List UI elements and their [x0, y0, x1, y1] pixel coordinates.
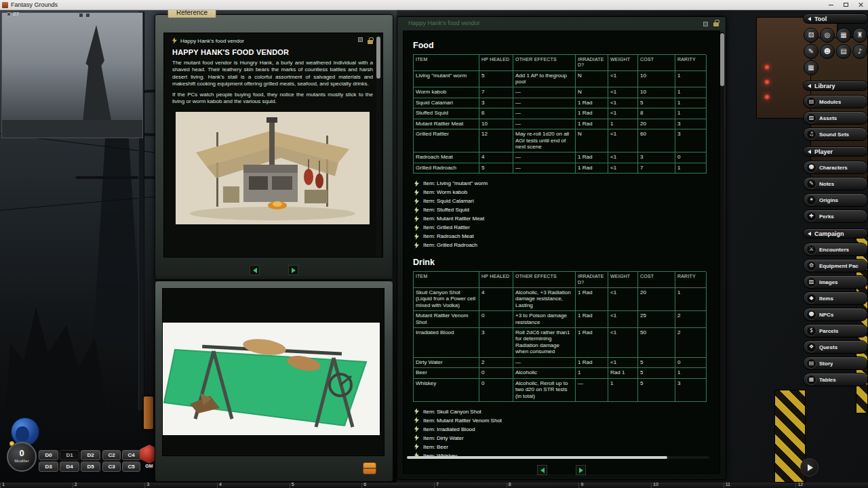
sidebar-item[interactable]: ✚ Perks — [803, 209, 868, 223]
minimize-button[interactable] — [823, 0, 838, 10]
item-link[interactable]: Item: Beer — [414, 443, 710, 451]
tower-art — [73, 25, 123, 127]
tool-button[interactable]: ▦ — [836, 28, 851, 43]
image-panel[interactable] — [155, 281, 393, 482]
die-button[interactable]: D5 — [81, 462, 100, 472]
app-icon — [2, 2, 8, 8]
scrollbar-thumb[interactable] — [720, 33, 724, 86]
maximize-icon — [844, 3, 848, 7]
item-link[interactable]: Item: Dirty Water — [414, 434, 710, 443]
cell-cost: 5 — [638, 379, 675, 402]
item-link[interactable]: Item: Mutant Rattler Venom Shot — [414, 416, 710, 425]
prev-page-button[interactable] — [537, 465, 547, 475]
cell-hp-healed: 7 — [479, 87, 513, 98]
sidebar-item[interactable]: ⚙ Equipment Pac — [803, 259, 868, 272]
resize-icon[interactable] — [85, 13, 90, 18]
cell-hp-healed: 5 — [479, 163, 513, 174]
item-bolt-icon — [414, 417, 419, 424]
die-button[interactable]: D1 — [60, 450, 79, 460]
die-button[interactable]: C4 — [122, 450, 140, 460]
story-icon: ▤ — [809, 361, 814, 366]
sidebar-group-player[interactable]: Player — [803, 146, 868, 157]
tab-reference[interactable]: Reference — [167, 10, 216, 18]
item-link[interactable]: Item: Stuffed Squid — [414, 205, 710, 214]
item-link[interactable]: Item: Mutant Rattler Meat — [414, 214, 710, 223]
cell-hp-healed: 2 — [479, 358, 513, 368]
tool-button[interactable]: ☻ — [820, 44, 835, 59]
maximize-button[interactable] — [838, 0, 853, 10]
sidebar-group-campaign[interactable]: Campaign — [803, 228, 868, 239]
die-button[interactable]: C5 — [122, 462, 140, 472]
next-page-button[interactable] — [576, 465, 586, 475]
die-button[interactable]: D2 — [81, 450, 100, 460]
tool-button[interactable]: ◎ — [820, 28, 835, 43]
chest-icon[interactable] — [363, 462, 376, 474]
sidebar-group-library[interactable]: Library — [803, 81, 868, 91]
vertical-scrollbar[interactable] — [720, 32, 724, 452]
tool-button[interactable]: ✎ — [804, 44, 818, 59]
sidebar-item[interactable]: ◆ Items — [803, 291, 868, 305]
sidebar-item[interactable]: ▤ Modules — [803, 95, 868, 108]
modifier-dial[interactable]: 0 Modifier — [7, 442, 37, 472]
tables-icon: ▦ — [808, 64, 814, 71]
sidebar-item[interactable]: ▨ Assets — [803, 111, 868, 125]
tool-button[interactable]: ♪ — [852, 44, 867, 59]
scrollbar-thumb[interactable] — [376, 37, 380, 79]
close-button[interactable] — [853, 0, 868, 10]
die-button[interactable]: D0 — [39, 450, 58, 460]
tool-button[interactable]: ▤ — [836, 44, 851, 59]
reference-scrollbar[interactable] — [376, 35, 380, 256]
sidebar-group-tool[interactable]: Tool — [803, 14, 868, 24]
lock-icon[interactable] — [713, 22, 719, 26]
sidebar-item[interactable]: ✎ Notes — [803, 177, 868, 190]
tool-button[interactable]: ▦ — [804, 60, 818, 75]
sidebar-item[interactable]: ▤ Story — [803, 357, 868, 370]
os-titlebar: Fantasy Grounds — [0, 0, 868, 10]
pin-icon[interactable] — [358, 37, 363, 42]
cell-item: Radroach Meat — [414, 152, 479, 163]
sidebar-item[interactable]: ❖ Quests — [803, 340, 868, 354]
table-row: Squid Calamari 3 — 1 Rad <1 5 1 — [414, 98, 706, 108]
die-button[interactable]: D3 — [39, 462, 58, 472]
music-icon: ♪ — [858, 48, 862, 55]
sidebar-item[interactable]: ▦ Tables — [803, 373, 868, 386]
lock-icon[interactable] — [368, 40, 373, 44]
item-link[interactable]: Item: Squid Calamari — [414, 197, 710, 205]
sidebar-item[interactable]: ▨ Images — [803, 275, 868, 289]
item-link[interactable]: Item: Irradiated Blood — [414, 425, 710, 434]
reference-window[interactable]: Reference Happy Hank's food vendor HAPPY… — [155, 14, 393, 280]
sidebar-item[interactable]: ♫ Sound Sets — [803, 127, 868, 141]
item-link-label: Item: Grilled Rattler — [423, 224, 470, 230]
die-button[interactable]: C2 — [102, 450, 121, 460]
cell-other-effects: Alcoholic, Reroll up to two d20 on STR t… — [513, 379, 576, 402]
item-link[interactable]: Item: Radroach Meat — [414, 232, 710, 241]
horizontal-scrollbar[interactable] — [407, 456, 709, 459]
cell-rarity: 2 — [675, 328, 707, 358]
pin-icon[interactable] — [703, 22, 708, 26]
sidebar-item[interactable]: ⚔ Encounters — [803, 243, 868, 256]
scrollbar-thumb[interactable] — [407, 456, 667, 459]
item-link[interactable]: Item: Worm kabob — [414, 188, 710, 197]
table-row: Beer 0 Alcoholic 1 Rad 1 5 1 — [414, 368, 706, 378]
tool-button[interactable]: ⚄ — [804, 28, 818, 43]
item-link[interactable]: Item: Skull Canyon Shot — [414, 407, 710, 416]
item-bolt-icon — [414, 443, 419, 450]
prev-page-button[interactable] — [250, 265, 260, 275]
item-bolt-icon — [414, 180, 419, 187]
item-bolt-icon — [414, 216, 419, 222]
unpin-icon[interactable] — [79, 13, 83, 18]
vendor-window[interactable]: Happy Hank's food vendor Food ITEMHP HEA… — [397, 16, 726, 480]
item-link[interactable]: Item: Living "mutant" worm — [414, 179, 710, 188]
die-button[interactable]: D4 — [60, 462, 79, 472]
sidebar-item[interactable]: $ Parcels — [803, 324, 868, 338]
item-link[interactable]: Item: Grilled Rattler — [414, 223, 710, 232]
tool-button[interactable]: ♜ — [852, 28, 867, 43]
item-link[interactable]: Item: Grilled Radroach — [414, 241, 710, 249]
sidebar-item[interactable]: ☻ NPCs — [803, 308, 868, 321]
play-button[interactable] — [800, 458, 818, 476]
die-button[interactable]: C3 — [102, 462, 121, 472]
sidebar-item[interactable]: ☻ Characters — [803, 161, 868, 174]
sidebar-item[interactable]: ✶ Origins — [803, 193, 868, 207]
next-page-button[interactable] — [288, 265, 298, 275]
scene-preview-panel[interactable] — [1, 12, 143, 138]
